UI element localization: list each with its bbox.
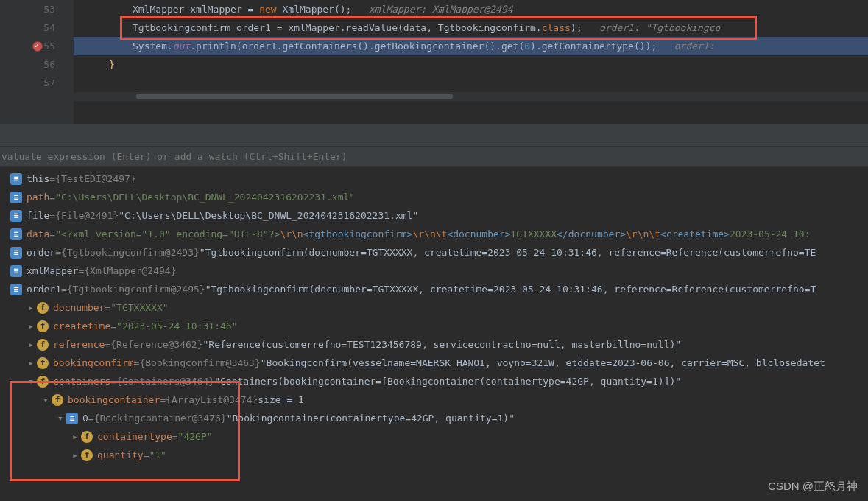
var-containers[interactable]: ▼containers = {Containers@3464} "Contain… [0, 372, 868, 390]
field-icon [81, 431, 93, 443]
field-icon [52, 394, 63, 406]
line-num: 53 [0, 0, 63, 18]
line-num: 56 [0, 55, 63, 74]
line-gutter: 53 54 55 56 57 [0, 0, 63, 124]
var-xmlmapper[interactable]: xmlMapper = {XmlMapper@2494} [0, 262, 868, 280]
variables-tree[interactable]: this = {TestEDI@2497} path = "C:\Users\D… [0, 167, 868, 467]
field-icon [37, 320, 49, 332]
var-file[interactable]: file = {File@2491} "C:\Users\DELL\Deskto… [0, 206, 868, 225]
object-icon [10, 192, 22, 203]
collapse-icon[interactable]: ▼ [54, 415, 66, 422]
code-line[interactable]: XmlMapper xmlMapper = new XmlMapper(); x… [74, 0, 868, 18]
evaluate-expression-input[interactable]: valuate expression (Enter) or add a watc… [0, 146, 868, 167]
horizontal-scrollbar[interactable] [74, 92, 868, 101]
collapse-icon[interactable]: ▼ [40, 396, 52, 404]
object-icon [10, 228, 22, 240]
line-num: 54 [0, 18, 63, 37]
object-icon [10, 173, 22, 185]
var-path[interactable]: path = "C:\Users\DELL\Desktop\BC_DNWL_20… [0, 188, 868, 206]
var-order1[interactable]: order1 = {Tgtbookingconfirm@2495} "Tgtbo… [0, 280, 868, 298]
expand-icon[interactable]: ▶ [69, 452, 81, 459]
code-lines[interactable]: XmlMapper xmlMapper = new XmlMapper(); x… [74, 0, 868, 124]
collapse-icon[interactable]: ▼ [25, 378, 37, 385]
var-order[interactable]: order = {Tgtbookingconfirm@2493} "Tgtboo… [0, 243, 868, 262]
expand-icon[interactable]: ▶ [25, 341, 37, 348]
var-data[interactable]: data = "<?xml version="1.0" encoding="UT… [0, 225, 868, 243]
var-bookingconfirm[interactable]: ▶bookingconfirm = {Bookingconfirm@3463} … [0, 354, 868, 372]
var-createtime[interactable]: ▶createtime = "2023-05-24 10:31:46" [0, 317, 868, 335]
field-icon [37, 376, 49, 388]
field-icon [37, 357, 49, 369]
expand-icon[interactable]: ▶ [25, 360, 37, 367]
code-editor[interactable]: 53 54 55 56 57 XmlMapper xmlMapper = new… [0, 0, 868, 124]
var-reference[interactable]: ▶reference = {Reference@3462} "Reference… [0, 335, 868, 354]
code-line[interactable]: Tgtbookingconfirm order1 = xmlMapper.rea… [74, 18, 868, 37]
code-line[interactable] [74, 74, 868, 92]
object-icon [66, 413, 78, 424]
var-quantity[interactable]: ▶quantity = "1" [0, 446, 868, 464]
code-line[interactable]: } [74, 55, 868, 74]
panel-divider [0, 124, 868, 146]
var-containertype[interactable]: ▶containertype = "42GP" [0, 427, 868, 446]
fold-gutter [63, 0, 74, 124]
field-icon [81, 449, 93, 461]
expand-icon[interactable]: ▶ [25, 304, 37, 312]
code-line[interactable]: System.out.println(order1.getContainers(… [74, 37, 868, 55]
object-icon [10, 210, 22, 222]
var-bookingcontainer[interactable]: ▼bookingcontainer = {ArrayList@3474} siz… [0, 390, 868, 409]
placeholder-text: valuate expression (Enter) or add a watc… [1, 151, 347, 162]
var-item-0[interactable]: ▼0 = {Bookingcontainer@3476} "Bookingcon… [0, 409, 868, 427]
var-this[interactable]: this = {TestEDI@2497} [0, 169, 868, 188]
expand-icon[interactable]: ▶ [69, 433, 81, 441]
expand-icon[interactable]: ▶ [25, 323, 37, 330]
line-num: 55 [0, 37, 63, 55]
breakpoint-icon[interactable] [32, 41, 43, 52]
object-icon [10, 247, 22, 259]
scrollbar-thumb[interactable] [136, 94, 453, 99]
field-icon [37, 339, 49, 351]
line-num: 57 [0, 74, 63, 92]
var-docnumber[interactable]: ▶docnumber = "TGTXXXXX" [0, 298, 868, 317]
object-icon [10, 265, 22, 277]
object-icon [10, 284, 22, 295]
watermark-text: CSDN @正怒月神 [768, 480, 858, 494]
field-icon [37, 302, 49, 314]
